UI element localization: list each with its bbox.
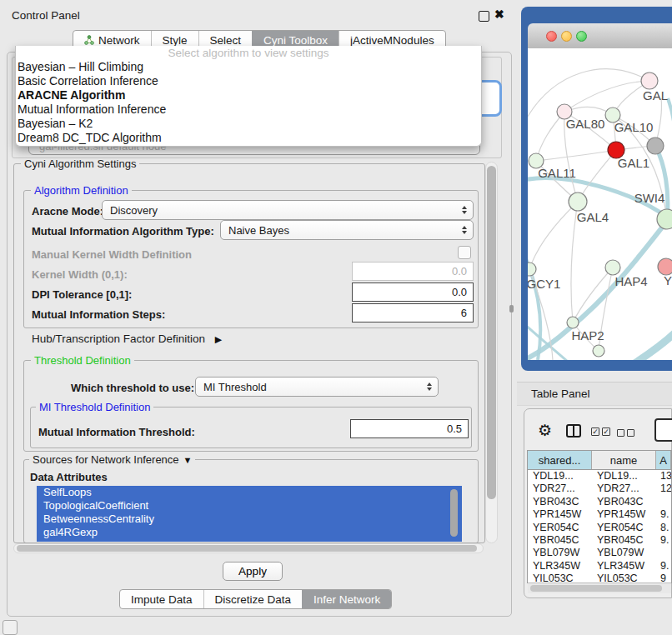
algorithm-option-mutual-information-inference[interactable]: Mutual Information Inference xyxy=(16,102,481,117)
select-all-checkboxes-icon[interactable]: ✓ ✓ xyxy=(591,428,610,436)
sources-group-title: Sources for Network Inference xyxy=(33,453,179,466)
scrollbar-thumb[interactable] xyxy=(530,585,662,592)
column-header-name[interactable]: name xyxy=(592,451,656,469)
scrollbar-thumb[interactable] xyxy=(487,166,496,499)
network-canvas[interactable]: GALGAL80GAL10GAL1GAL11SWI4GAL4GCY1HAP4YH… xyxy=(528,48,672,360)
settings-horizontal-scrollbar[interactable] xyxy=(13,543,484,553)
node-label-hap2: HAP2 xyxy=(571,328,604,342)
which-threshold-label: Which threshold to use: xyxy=(71,382,194,394)
network-node-gal[interactable] xyxy=(641,72,658,89)
network-node-hap4[interactable] xyxy=(605,260,620,275)
network-node-y[interactable] xyxy=(658,258,672,275)
window-zoom-button[interactable] xyxy=(576,31,587,42)
columns-icon[interactable] xyxy=(566,424,581,438)
apply-button[interactable]: Apply xyxy=(223,562,283,581)
column-header-a[interactable]: A xyxy=(656,451,671,469)
triangle-right-icon: ▶ xyxy=(215,334,222,344)
settings-vertical-scrollbar[interactable] xyxy=(485,162,498,543)
hub-section-toggle[interactable]: Hub/Transcription Factor Definition ▶ xyxy=(32,332,222,345)
tab-label: jActiveMNodules xyxy=(350,34,434,47)
table-row[interactable]: YBR043CYBR043C xyxy=(528,496,671,508)
algorithm-option-aracne-algorithm[interactable]: ARACNE Algorithm xyxy=(16,88,481,102)
checked-box-icon: ✓ xyxy=(591,428,599,436)
mi-type-label: Mutual Information Algorithm Type: xyxy=(32,225,214,238)
algorithm-option-dream8-dc-tdc-algorithm[interactable]: Dream8 DC_TDC Algorithm xyxy=(16,131,481,145)
table-cell: YPR145W xyxy=(592,508,656,521)
table-cell: YBR043C xyxy=(592,496,656,508)
scrollbar-thumb[interactable] xyxy=(17,545,477,552)
column-header-shared[interactable]: shared... xyxy=(528,451,592,469)
spinner-up-icon xyxy=(462,206,467,209)
tab-infer-network[interactable]: Infer Network xyxy=(302,590,391,608)
tab-discretize-data[interactable]: Discretize Data xyxy=(203,590,303,608)
float-panel-button[interactable] xyxy=(479,11,489,22)
network-node-gcy1[interactable] xyxy=(528,262,536,276)
attribute-betweennesscentrality[interactable]: BetweennessCentrality xyxy=(37,512,462,526)
table-cell: YDR27... xyxy=(528,482,592,495)
which-threshold-value: MI Threshold xyxy=(203,381,267,393)
table-row[interactable]: YLR345WYLR345W9. xyxy=(528,560,671,572)
table-row[interactable]: YBR045CYBR045C9. xyxy=(528,534,671,547)
table-row[interactable]: YPR145WYPR145W9. xyxy=(528,508,671,521)
close-icon: ✖ xyxy=(494,8,504,21)
network-node-gal4[interactable] xyxy=(569,192,587,211)
mi-threshold-field[interactable]: 0.5 xyxy=(350,419,469,438)
network-node[interactable] xyxy=(593,345,604,357)
node-label-gal80: GAL80 xyxy=(566,117,605,131)
panel-corner-button[interactable] xyxy=(3,620,18,635)
network-node-hap2[interactable] xyxy=(567,317,579,328)
algorithm-option-basic-correlation-inference[interactable]: Basic Correlation Inference xyxy=(16,74,481,88)
algorithm-dropdown-list: Bayesian – Hill ClimbingBasic Correlatio… xyxy=(16,60,481,145)
data-attributes-list: SelfLoopsTopologicalCoefficientBetweenne… xyxy=(37,486,462,542)
kernel-width-label: Kernel Width (0,1): xyxy=(32,268,128,281)
aracne-mode-combobox[interactable]: Discovery xyxy=(102,200,474,220)
attribute-selfloops[interactable]: SelfLoops xyxy=(37,486,462,499)
tab-label: Discretize Data xyxy=(215,593,292,606)
window-minimize-button[interactable] xyxy=(561,31,572,42)
panel-splitter[interactable] xyxy=(509,305,514,312)
network-edge xyxy=(529,202,578,269)
algorithm-option-bayesian-hill-climbing[interactable]: Bayesian – Hill Climbing xyxy=(16,60,481,74)
new-table-icon[interactable] xyxy=(654,418,672,442)
table-cell: YDL19... xyxy=(592,470,656,482)
mi-type-combobox[interactable]: Naive Bayes xyxy=(220,220,474,240)
which-threshold-combobox[interactable]: MI Threshold xyxy=(195,377,439,397)
attribute-list-scrollbar[interactable] xyxy=(450,489,458,537)
close-panel-button[interactable]: ✖ xyxy=(494,8,504,21)
sources-group-toggle[interactable]: Sources for Network Inference ▼ xyxy=(29,453,195,466)
network-edge xyxy=(536,150,616,161)
tab-impute-data[interactable]: Impute Data xyxy=(120,590,203,608)
kernel-width-field[interactable]: 0.0 xyxy=(352,262,474,281)
manual-kernel-label: Manual Kernel Width Definition xyxy=(32,248,192,261)
window-close-button[interactable] xyxy=(546,31,557,42)
manual-kernel-checkbox[interactable] xyxy=(458,246,471,259)
table-cell xyxy=(656,547,671,559)
table-horizontal-scrollbar[interactable] xyxy=(528,582,671,593)
unchecked-box-icon xyxy=(617,429,624,437)
table-row[interactable]: YBL079WYBL079W xyxy=(528,547,671,559)
table-cell xyxy=(656,496,671,508)
table-row[interactable]: YDL19...YDL19...13 xyxy=(528,470,671,482)
mi-steps-field[interactable]: 6 xyxy=(352,303,474,322)
tab-label: Impute Data xyxy=(131,593,193,606)
table-cell: YDR27... xyxy=(592,482,656,495)
table-cell: YER054C xyxy=(592,522,656,534)
gear-icon[interactable]: ⚙ xyxy=(538,421,552,440)
deselect-all-checkboxes-icon[interactable] xyxy=(617,429,634,437)
table-cell: YBL079W xyxy=(528,547,592,559)
table-cell: 12 xyxy=(656,482,671,495)
table-row[interactable]: YDR27...YDR27...12 xyxy=(528,482,671,495)
mi-type-value: Naive Bayes xyxy=(228,224,289,237)
table-cell: 9. xyxy=(656,508,671,521)
table-cell: YLR345W xyxy=(528,560,592,572)
network-node[interactable] xyxy=(647,138,664,154)
algorithm-option-bayesian-k2[interactable]: Bayesian – K2 xyxy=(16,117,481,131)
attribute-topologicalcoefficient[interactable]: TopologicalCoefficient xyxy=(37,499,462,512)
table-row[interactable]: YER054CYER054C8. xyxy=(528,522,671,534)
application-window: Control Panel ✖ NetworkStyleSelectCyni T… xyxy=(0,0,672,635)
dpi-tolerance-label: DPI Tolerance [0,1]: xyxy=(32,288,132,301)
dpi-tolerance-field[interactable]: 0.0 xyxy=(352,282,474,302)
network-node-swi4[interactable] xyxy=(657,209,672,229)
attribute-gal4rgexp[interactable]: gal4RGexp xyxy=(37,526,462,539)
table-cell: YDL19... xyxy=(528,470,592,482)
